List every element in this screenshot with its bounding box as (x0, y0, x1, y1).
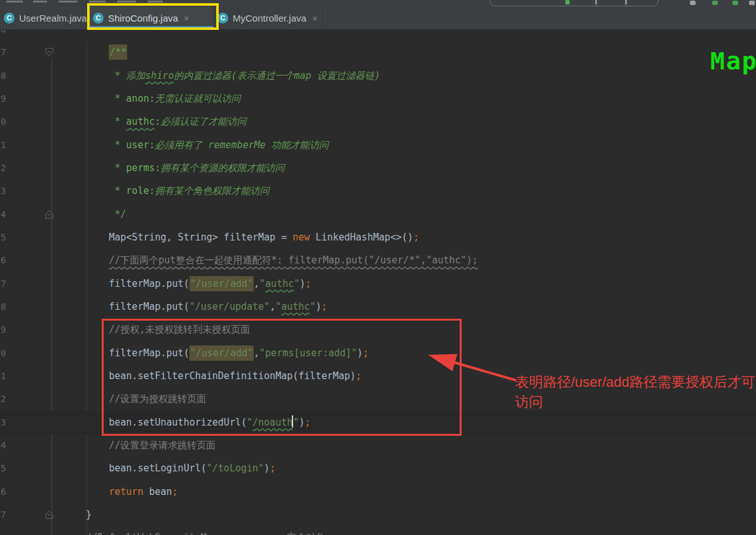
close-icon[interactable]: × (312, 14, 317, 23)
code-segment: bean (143, 486, 172, 497)
code-segment: ) (264, 462, 270, 474)
line-number[interactable]: 5 (1, 457, 10, 480)
code-segment: //设置登录请求跳转页面 (109, 440, 216, 451)
code-segment: " (294, 278, 299, 289)
code-row[interactable]: 8 filterMap.put("/user/update","authc"); (0, 295, 756, 319)
debug-icon[interactable] (732, 1, 738, 5)
code-segment: user: (126, 139, 155, 151)
code-segment: perms: (126, 162, 160, 174)
code-segment: anon: (126, 93, 155, 104)
code-segment: bean.setLoginUrl( (63, 462, 207, 474)
code-segment: */ (63, 209, 126, 220)
code-row[interactable]: 5 Map<String, String> filterMap = new Li… (0, 226, 756, 249)
code-segment: 无需认证就可以访问 (155, 93, 241, 104)
code-segment: ; (270, 462, 275, 474)
code-segment: * (63, 93, 126, 104)
code-text: //设置登录请求跳转页面 (63, 434, 216, 457)
code-segment: * (63, 139, 126, 151)
code-row[interactable]: 4 //设置登录请求跳转页面 (0, 434, 756, 457)
menu-fragment (58, 1, 78, 3)
line-number[interactable]: 2 (1, 387, 10, 410)
line-number[interactable]: 3 (1, 179, 10, 202)
code-segment: * (63, 116, 126, 127)
fold-up-icon[interactable] (45, 510, 54, 522)
line-number[interactable]: 5 (1, 226, 10, 249)
code-row[interactable]: 5 bean.setLoginUrl("/toLogin"); (0, 457, 756, 480)
ide-window: C UserRealm.java × C ShiroConfig.java × … (0, 0, 756, 535)
tab-userrealm[interactable]: C UserRealm.java × (0, 7, 89, 29)
code-row[interactable]: 2 * perms:拥有某个资源的权限才能访问 (0, 156, 756, 180)
code-segment: , (270, 301, 275, 312)
code-text: filterMap.put("/user/update","authc"); (63, 295, 327, 318)
code-segment (63, 486, 109, 497)
code-segment: Map<String, String> filterMap = (63, 232, 292, 243)
build-icon[interactable] (690, 1, 696, 5)
profiler-icon[interactable] (749, 1, 755, 5)
code-segment: new (292, 232, 310, 243)
code-segment: authc (265, 278, 294, 289)
line-number[interactable]: 9 (1, 318, 10, 341)
annotation-note: 表明路径/user/add路径需要授权后才可 访问 (515, 372, 755, 412)
line-number[interactable]: 8 (1, 295, 10, 318)
code-segment: filterMap.put( (63, 278, 189, 289)
fold-down-icon[interactable] (45, 47, 54, 60)
code-row[interactable]: //DefaultWebSecurityManager 安全对象 (0, 526, 756, 535)
code-segment: authc (126, 116, 155, 127)
code-row[interactable]: 6 //下面两个put整合在一起使用通配符*: filterMap.put("/… (0, 249, 756, 272)
run-config-combo[interactable] (490, 0, 659, 6)
code-row[interactable]: 0 * authc:必须认证了才能访问 (0, 110, 756, 134)
code-segment: ; (413, 232, 419, 243)
line-number[interactable]: 0 (1, 110, 10, 133)
line-number[interactable]: 7 (1, 503, 10, 526)
code-segment: filterMap.put( (63, 301, 189, 312)
code-text: */ (63, 203, 126, 226)
code-text: * perms:拥有某个资源的权限才能访问 (63, 156, 285, 179)
line-number[interactable]: 9 (1, 87, 10, 110)
class-icon: C (4, 13, 15, 24)
code-segment: 拥有某个资源的权限才能访问 (161, 162, 285, 174)
code-segment: * (63, 70, 126, 81)
line-number[interactable]: 0 (1, 342, 10, 365)
menu-fragment (6, 1, 23, 3)
fold-up-icon[interactable] (45, 209, 54, 222)
combo-divider (595, 0, 597, 4)
code-segment: "/toLogin" (207, 462, 264, 474)
code-text: return bean; (63, 480, 178, 503)
run-icon[interactable] (712, 1, 718, 5)
code-text: bean.setLoginUrl("/toLogin"); (63, 457, 275, 480)
tab-mycontroller[interactable]: C MyController.java × (214, 7, 323, 29)
code-row[interactable]: 7 /** (0, 41, 756, 64)
code-segment: /** (109, 45, 127, 60)
code-row[interactable]: 7 filterMap.put("/user/add","authc"); (0, 272, 756, 296)
code-segment: return (109, 486, 143, 497)
code-row[interactable]: 8 * 添加shiro的内置过滤器(表示通过一个map 设置过滤器链) (0, 64, 756, 88)
code-text: * user:必须用有了 rememberMe 功能才能访问 (63, 134, 329, 156)
code-text: Map<String, String> filterMap = new Link… (63, 226, 419, 249)
code-row[interactable]: 1 * user:必须用有了 rememberMe 功能才能访问 (0, 134, 756, 157)
line-number[interactable]: 3 (1, 411, 10, 434)
code-row[interactable]: 9 * anon:无需认证就可以访问 (0, 87, 756, 111)
menu-fragment (117, 1, 136, 3)
code-segment: //下面两个put整合在一起使用通配符*: filterMap.put("/us… (109, 254, 478, 266)
code-editor[interactable]: 67 /**8 * 添加shiro的内置过滤器(表示通过一个map 设置过滤器链… (0, 29, 756, 535)
code-text: } (63, 503, 92, 526)
code-row[interactable]: 7 } (0, 503, 756, 527)
line-number[interactable]: 1 (1, 134, 10, 156)
line-number[interactable]: 7 (1, 272, 10, 295)
code-segment (63, 440, 109, 451)
line-number[interactable]: 4 (1, 434, 10, 457)
code-row[interactable]: 3 * role:拥有某个角色权限才能访问 (0, 179, 756, 203)
line-number[interactable]: 4 (1, 203, 10, 226)
line-number[interactable]: 6 (1, 249, 10, 272)
line-number[interactable]: 6 (1, 480, 10, 503)
code-segment: ; (321, 301, 327, 312)
line-number[interactable]: 7 (1, 41, 10, 64)
tab-label: MyController.java (233, 13, 306, 24)
code-text: //下面两个put整合在一起使用通配符*: filterMap.put("/us… (63, 249, 478, 272)
code-segment: shiro (145, 70, 174, 81)
line-number[interactable]: 2 (1, 156, 10, 179)
code-row[interactable]: 4 */ (0, 203, 756, 226)
line-number[interactable]: 1 (1, 365, 10, 387)
code-row[interactable]: 6 return bean; (0, 480, 756, 504)
line-number[interactable]: 8 (1, 64, 10, 87)
